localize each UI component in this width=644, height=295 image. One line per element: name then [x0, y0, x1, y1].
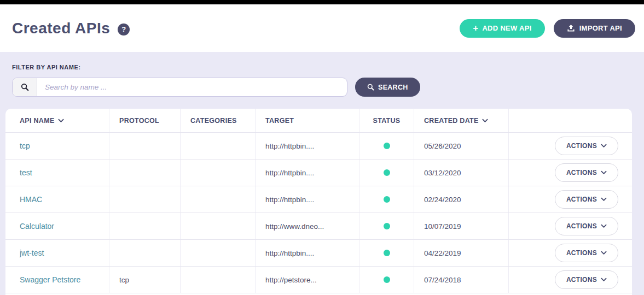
- api-name-link[interactable]: test: [20, 168, 32, 177]
- api-name-link[interactable]: Swagger Petstore: [20, 275, 80, 284]
- status-active-dot-icon: [384, 250, 390, 256]
- created-date-cell: 02/24/2020: [414, 186, 509, 213]
- actions-cell: ACTIONS: [509, 133, 632, 159]
- chevron-down-icon: [601, 224, 607, 228]
- categories-cell: [181, 267, 256, 293]
- actions-button-label: ACTIONS: [566, 142, 597, 150]
- search-addon: [13, 78, 37, 96]
- api-name-link[interactable]: tcp: [20, 141, 30, 150]
- api-name-link[interactable]: HMAC: [20, 195, 42, 204]
- search-button-label: SEARCH: [378, 84, 408, 91]
- actions-button[interactable]: ACTIONS: [555, 270, 618, 289]
- search-button[interactable]: SEARCH: [355, 78, 420, 97]
- actions-button-label: ACTIONS: [566, 196, 597, 203]
- search-input[interactable]: [37, 78, 347, 96]
- chevron-down-icon: [601, 251, 607, 255]
- api-name-cell: jwt-test: [5, 240, 109, 266]
- column-header-api-name-label: API NAME: [20, 117, 55, 125]
- actions-button-label: ACTIONS: [566, 222, 597, 230]
- column-header-target-label: TARGET: [265, 117, 294, 125]
- actions-cell: ACTIONS: [509, 213, 632, 239]
- actions-button-label: ACTIONS: [566, 276, 597, 284]
- add-new-api-label: ADD NEW API: [482, 24, 531, 32]
- status-cell: [359, 160, 414, 186]
- actions-button[interactable]: ACTIONS: [555, 137, 618, 155]
- target-cell: http://httpbin....: [256, 160, 359, 186]
- protocol-cell: [109, 186, 181, 213]
- protocol-cell: [109, 133, 181, 159]
- sort-chevron-down-icon: [482, 119, 488, 123]
- plus-icon: +: [473, 23, 478, 33]
- status-cell: [359, 186, 414, 213]
- top-window-edge: [0, 0, 644, 4]
- actions-button[interactable]: ACTIONS: [555, 244, 618, 262]
- status-active-dot-icon: [384, 196, 390, 203]
- status-active-dot-icon: [384, 276, 390, 283]
- search-icon: [21, 83, 29, 91]
- search-input-group: [12, 78, 347, 97]
- api-name-cell: Swagger Petstore: [5, 267, 109, 293]
- add-new-api-button[interactable]: + ADD NEW API: [460, 19, 544, 38]
- protocol-cell: tcp: [109, 267, 181, 293]
- target-cell: http://httpbin....: [256, 186, 359, 213]
- api-name-cell: HMAC: [5, 186, 109, 213]
- table-row: HMAC http://httpbin.... 02/24/2020 ACTIO…: [5, 186, 632, 213]
- table-row: Swagger Petstore tcp http://petstore... …: [5, 267, 632, 293]
- api-name-link[interactable]: jwt-test: [20, 249, 44, 257]
- actions-button[interactable]: ACTIONS: [555, 163, 618, 182]
- search-button-icon: [367, 84, 378, 91]
- upload-icon: [567, 24, 579, 32]
- help-icon[interactable]: ?: [118, 23, 130, 36]
- protocol-cell: [109, 213, 181, 239]
- page-header: Created APIs ? + ADD NEW API IMPORT API: [0, 4, 644, 52]
- chevron-down-icon: [601, 170, 607, 175]
- column-header-categories-label: CATEGORIES: [190, 117, 237, 125]
- column-header-api-name[interactable]: API NAME: [5, 109, 109, 132]
- import-api-label: IMPORT API: [579, 24, 622, 32]
- target-cell: http://www.dneo...: [256, 213, 359, 239]
- actions-button-label: ACTIONS: [566, 249, 597, 257]
- actions-cell: ACTIONS: [509, 160, 632, 186]
- chevron-down-icon: [601, 278, 607, 282]
- categories-cell: [181, 213, 256, 239]
- created-date-cell: 03/12/2020: [414, 160, 509, 186]
- column-header-target: TARGET: [256, 109, 359, 132]
- created-date-cell: 10/07/2019: [414, 213, 509, 239]
- categories-cell: [181, 186, 256, 213]
- page-title: Created APIs: [12, 20, 110, 37]
- column-header-status-label: STATUS: [373, 117, 401, 125]
- column-header-actions: [509, 109, 632, 132]
- filter-label: FILTER BY API NAME:: [12, 64, 632, 70]
- column-header-created-date[interactable]: CREATED DATE: [414, 109, 509, 132]
- status-cell: [359, 133, 414, 159]
- table-header-row: API NAME PROTOCOL CATEGORIES TARGET STAT…: [5, 109, 632, 133]
- table-body: tcp http://httpbin.... 05/26/2020 ACTION…: [5, 133, 632, 293]
- actions-button[interactable]: ACTIONS: [555, 190, 618, 209]
- actions-button-label: ACTIONS: [566, 169, 597, 176]
- categories-cell: [181, 133, 256, 159]
- target-cell: http://httpbin....: [256, 240, 359, 266]
- api-name-cell: test: [5, 160, 109, 186]
- import-api-button[interactable]: IMPORT API: [554, 19, 635, 38]
- api-name-cell: tcp: [5, 133, 109, 159]
- actions-button[interactable]: ACTIONS: [555, 217, 618, 235]
- column-header-status: STATUS: [359, 109, 414, 132]
- column-header-categories: CATEGORIES: [181, 109, 256, 132]
- column-header-protocol-label: PROTOCOL: [119, 117, 159, 125]
- chevron-down-icon: [601, 144, 607, 148]
- chevron-down-icon: [601, 197, 607, 202]
- created-apis-table: API NAME PROTOCOL CATEGORIES TARGET STAT…: [5, 109, 632, 295]
- table-row: test http://httpbin.... 03/12/2020 ACTIO…: [5, 160, 632, 186]
- status-active-dot-icon: [384, 169, 390, 176]
- api-name-link[interactable]: Calculator: [20, 222, 54, 231]
- created-date-cell: 05/26/2020: [414, 133, 509, 159]
- actions-cell: ACTIONS: [509, 186, 632, 213]
- created-date-cell: 07/24/2018: [414, 267, 509, 293]
- actions-cell: ACTIONS: [509, 240, 632, 266]
- help-glyph: ?: [121, 25, 126, 33]
- status-active-dot-icon: [384, 223, 390, 229]
- protocol-cell: [109, 160, 181, 186]
- table-row: tcp http://httpbin.... 05/26/2020 ACTION…: [5, 133, 632, 160]
- column-header-created-date-label: CREATED DATE: [424, 117, 479, 125]
- status-cell: [359, 240, 414, 266]
